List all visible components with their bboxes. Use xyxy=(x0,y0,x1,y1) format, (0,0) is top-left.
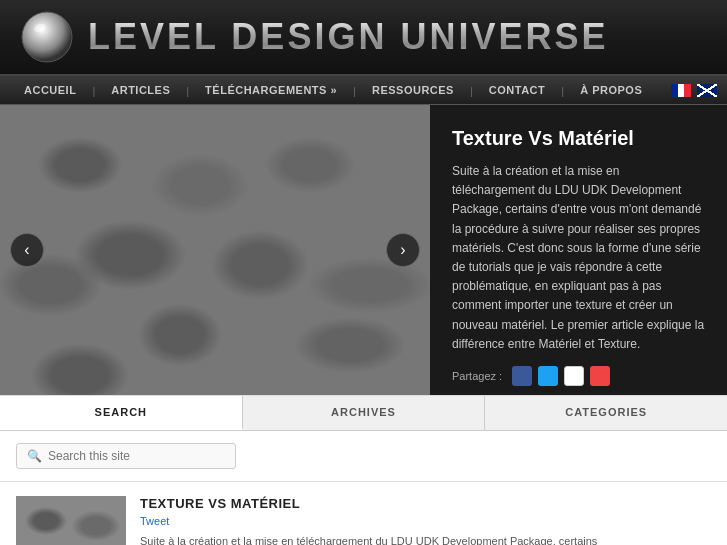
search-input[interactable] xyxy=(48,449,225,463)
tab-categories[interactable]: CATEGORIES xyxy=(485,396,727,430)
nav-item-ressources[interactable]: RESSOURCES xyxy=(358,76,468,104)
search-input-wrapper: 🔍 xyxy=(16,443,236,469)
main-navigation: ACCUEIL | ARTICLES | TÉLÉCHARGEMENTS » |… xyxy=(0,76,727,105)
share-label: Partagez : xyxy=(452,370,502,382)
stone-texture-bg xyxy=(0,105,430,395)
nav-separator: | xyxy=(351,85,358,97)
hero-image: ‹ › xyxy=(0,105,430,395)
share-facebook-button[interactable] xyxy=(512,366,532,386)
search-section: 🔍 xyxy=(0,431,727,482)
article-thumb-image xyxy=(16,496,126,545)
nav-separator: | xyxy=(184,85,191,97)
nav-separator: | xyxy=(90,85,97,97)
hero-content: Texture Vs Matériel Suite à la création … xyxy=(430,105,727,395)
flag-french[interactable] xyxy=(671,84,691,97)
tab-search[interactable]: SEARCH xyxy=(0,396,243,430)
article-content: TEXTURE VS MATÉRIEL Tweet Suite à la cré… xyxy=(140,496,711,545)
nav-item-contact[interactable]: CONTACT xyxy=(475,76,559,104)
nav-item-apropos[interactable]: À PROPOS xyxy=(566,76,656,104)
hero-title: Texture Vs Matériel xyxy=(452,127,705,150)
site-header: LEVEL DESIGN UNIVERSE xyxy=(0,0,727,76)
nav-separator: | xyxy=(468,85,475,97)
nav-item-telechargements[interactable]: TÉLÉCHARGEMENTS » xyxy=(191,76,351,104)
article-title: TEXTURE VS MATÉRIEL xyxy=(140,496,711,511)
svg-point-0 xyxy=(22,12,72,62)
hero-description: Suite à la création et la mise en téléch… xyxy=(452,162,705,354)
slider-next-button[interactable]: › xyxy=(386,233,420,267)
hero-slider: ‹ › Texture Vs Matériel Suite à la créat… xyxy=(0,105,727,395)
nav-item-articles[interactable]: ARTICLES xyxy=(97,76,184,104)
nav-item-accueil[interactable]: ACCUEIL xyxy=(10,76,90,104)
content-tabs: SEARCH ARCHIVES CATEGORIES xyxy=(0,395,727,431)
share-bar: Partagez : xyxy=(452,366,705,386)
share-wordpress-button[interactable] xyxy=(564,366,584,386)
share-other-button[interactable] xyxy=(590,366,610,386)
share-twitter-button[interactable] xyxy=(538,366,558,386)
search-icon: 🔍 xyxy=(27,449,42,463)
tab-archives[interactable]: ARCHIVES xyxy=(243,396,486,430)
slider-prev-button[interactable]: ‹ xyxy=(10,233,44,267)
article-excerpt: Suite à la création et la mise en téléch… xyxy=(140,533,711,545)
logo-sphere xyxy=(20,10,74,64)
article-preview: TEXTURE VS MATÉRIEL Tweet Suite à la cré… xyxy=(0,482,727,545)
article-tweet-link[interactable]: Tweet xyxy=(140,515,711,527)
article-thumbnail xyxy=(16,496,126,545)
flag-english[interactable] xyxy=(697,84,717,97)
nav-separator: | xyxy=(559,85,566,97)
site-title: LEVEL DESIGN UNIVERSE xyxy=(88,16,608,58)
